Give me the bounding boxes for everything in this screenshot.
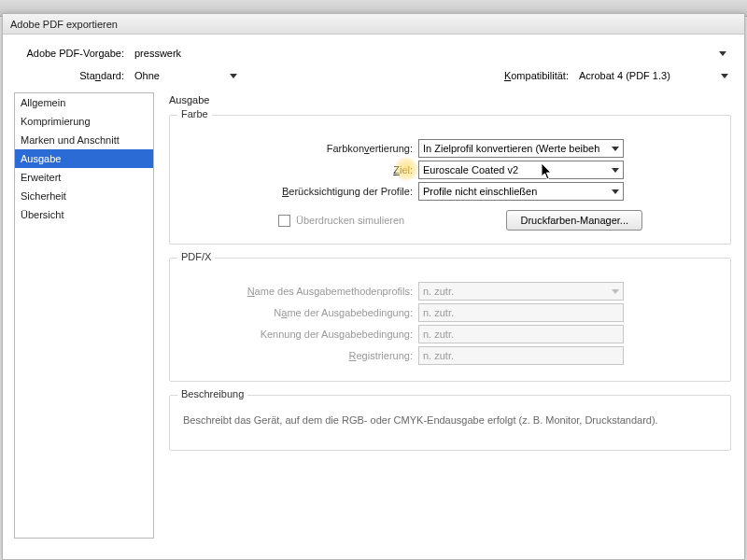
main-panel: Ausgabe Farbe Farbkonvertierung: In Ziel… (167, 92, 733, 539)
overprint-checkbox[interactable] (278, 215, 290, 227)
standard-dropdown[interactable]: Ohne (130, 66, 242, 85)
export-pdf-dialog: Adobe PDF exportieren Adobe PDF-Vorgabe:… (2, 13, 745, 560)
compat-label: Kompatibilität: (504, 70, 569, 81)
chevron-down-icon (719, 51, 726, 56)
group-farbe: Farbe Farbkonvertierung: In Zielprofil k… (169, 115, 731, 245)
pdfx-condname-label: Name der Ausgabebedingung: (179, 307, 413, 318)
chevron-down-icon (612, 189, 619, 194)
dialog-title: Adobe PDF exportieren (3, 14, 744, 35)
pdfx-condname-field: n. zutr. (418, 303, 624, 322)
pdfx-registry-field: n. zutr. (418, 346, 624, 365)
group-beschreibung-legend: Beschreibung (177, 388, 247, 399)
overprint-label: Überdrucken simulieren (296, 215, 404, 226)
conv-label: Farbkonvertierung: (179, 143, 413, 154)
sidebar-item-ausgabe[interactable]: Ausgabe (15, 149, 153, 168)
panel-title: Ausgabe (169, 94, 733, 105)
pdfx-outprofile-dropdown: n. zutr. (418, 282, 624, 301)
preset-label: Adobe PDF-Vorgabe: (14, 48, 124, 59)
pdfx-condid-label: Kennung der Ausgabebedingung: (179, 329, 413, 340)
sidebar-item-erweitert[interactable]: Erweitert (15, 168, 153, 187)
group-pdfx-legend: PDF/X (177, 251, 215, 262)
group-beschreibung: Beschreibung Beschreibt das Gerät, auf d… (169, 395, 731, 451)
ink-manager-button[interactable]: Druckfarben-Manager... (506, 210, 642, 231)
preset-dropdown[interactable]: presswerk (130, 44, 731, 63)
profile-label: Berücksichtigung der Profile: (179, 186, 413, 197)
pdfx-registry-label: Registrierung: (179, 350, 413, 361)
description-text: Beschreibt das Gerät, auf dem die RGB- o… (179, 413, 721, 427)
group-farbe-legend: Farbe (177, 108, 212, 119)
chevron-down-icon (612, 168, 619, 173)
standard-value: Ohne (134, 70, 160, 81)
profile-dropdown[interactable]: Profile nicht einschließen (418, 182, 624, 201)
pdfx-outprofile-label: Name des Ausgabemethodenprofils: (179, 286, 413, 297)
sidebar-item-marken[interactable]: Marken und Anschnitt (15, 131, 153, 149)
sidebar-item-komprimierung[interactable]: Komprimierung (15, 112, 153, 131)
chevron-down-icon (612, 147, 619, 151)
ziel-value: Euroscale Coated v2 (423, 164, 518, 175)
ziel-dropdown[interactable]: Euroscale Coated v2 (418, 161, 624, 179)
pdfx-condid-field: n. zutr. (418, 325, 624, 343)
group-pdfx: PDF/X Name des Ausgabemethodenprofils: n… (169, 258, 731, 382)
chevron-down-icon (721, 74, 728, 78)
standard-label: Standard: (14, 70, 124, 81)
chevron-down-icon (612, 289, 619, 294)
chevron-down-icon (230, 74, 237, 78)
sidebar-item-sicherheit[interactable]: Sicherheit (15, 187, 153, 205)
category-sidebar: Allgemein Komprimierung Marken und Ansch… (14, 92, 154, 539)
compat-dropdown[interactable]: Acrobat 4 (PDF 1.3) (574, 66, 733, 85)
conv-value: In Zielprofil konvertieren (Werte beibeh (423, 143, 599, 154)
profile-value: Profile nicht einschließen (423, 186, 537, 197)
preset-value: presswerk (134, 48, 181, 59)
sidebar-item-uebersicht[interactable]: Übersicht (15, 205, 153, 224)
conv-dropdown[interactable]: In Zielprofil konvertieren (Werte beibeh (418, 139, 624, 158)
compat-value: Acrobat 4 (PDF 1.3) (579, 70, 670, 81)
sidebar-item-allgemein[interactable]: Allgemein (15, 93, 153, 112)
ziel-label: Ziel: (179, 164, 413, 175)
